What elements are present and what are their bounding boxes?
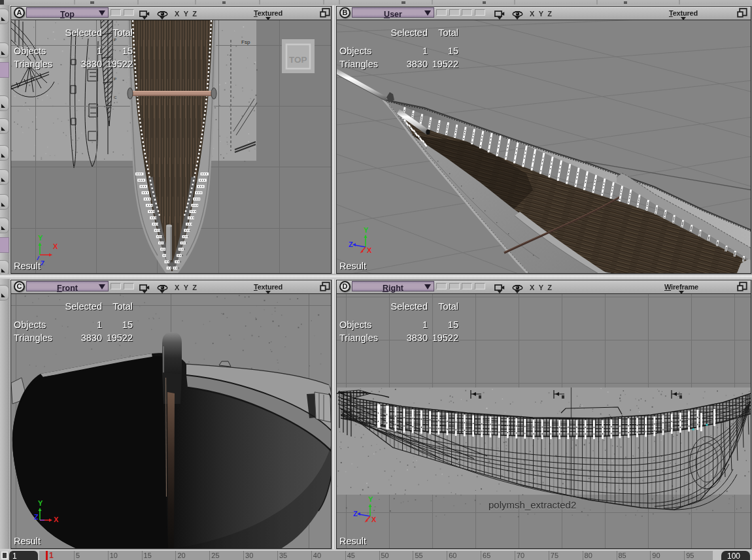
svg-text:Z: Z (349, 240, 353, 248)
svg-text:Y: Y (38, 499, 43, 507)
svg-text:Y: Y (38, 234, 43, 242)
svg-text:Y: Y (364, 226, 369, 234)
svg-text:P: P (114, 38, 116, 42)
svg-text:P: P (114, 77, 116, 81)
svg-text:X: X (53, 242, 58, 250)
svg-text:Z: Z (353, 510, 358, 518)
svg-text:X: X (54, 516, 59, 523)
svg-text:Fsp: Fsp (241, 39, 250, 45)
svg-text:X: X (367, 246, 372, 254)
svg-text:C: C (114, 95, 117, 99)
svg-text:Z: Z (34, 513, 39, 521)
svg-text:Y: Y (368, 495, 373, 503)
svg-text:X: X (371, 516, 377, 523)
svg-text:TOP: TOP (289, 55, 307, 65)
svg-text:Z: Z (41, 260, 44, 265)
